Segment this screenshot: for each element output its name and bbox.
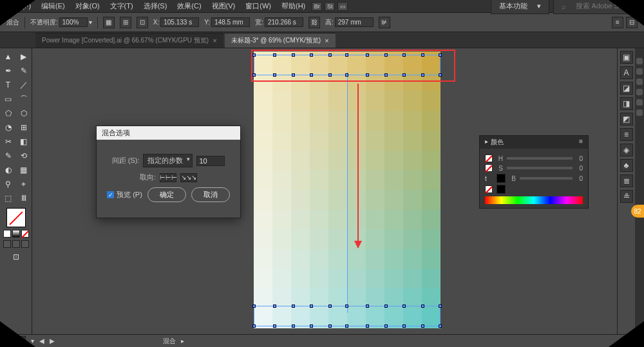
s-slider[interactable] <box>507 167 573 169</box>
panel-icon[interactable]: ≡ <box>620 128 633 141</box>
swatch-cell <box>272 190 291 210</box>
h-input[interactable] <box>335 17 374 27</box>
opacity-input[interactable] <box>59 17 88 27</box>
tool-icon[interactable]: ◐ <box>1 164 15 176</box>
none-swatch-icon[interactable] <box>485 185 493 193</box>
tab-document-1[interactable]: Power Image [Converted].ai @ 66.67% (CMY… <box>35 33 223 48</box>
align-icon[interactable]: ▦ <box>103 17 115 28</box>
close-icon[interactable]: × <box>213 37 216 44</box>
fill-stroke-swatch[interactable] <box>6 208 26 227</box>
orient-page-icon[interactable]: ⊢⊢⊢ <box>160 173 176 182</box>
spacing-mode-dropdown[interactable]: 指定的步数 <box>143 154 193 167</box>
arrange-icon[interactable]: ▭ <box>337 2 348 11</box>
preview-checkbox[interactable]: ✓预览 (P) <box>107 190 142 200</box>
tab-document-2[interactable]: 未标题-3* @ 69% (CMYK/预览)× <box>225 33 336 48</box>
tool-icon[interactable]: ✎ <box>1 149 15 162</box>
tool-icon[interactable]: ▲ <box>1 50 15 63</box>
menu-effect[interactable]: 效果(C) <box>173 0 205 12</box>
tool-icon[interactable]: ／ <box>17 79 31 91</box>
swatch-cell <box>347 151 366 171</box>
menu-help[interactable]: 帮助(H) <box>278 0 309 12</box>
panel-icon[interactable]: ▣ <box>620 51 633 64</box>
panel-icon[interactable]: ◪ <box>620 82 633 95</box>
dock-icon[interactable] <box>636 68 643 75</box>
b-slider[interactable] <box>520 177 573 180</box>
workspace-switcher[interactable]: 基本功能▾ <box>491 0 549 14</box>
menu-window[interactable]: 窗口(W) <box>242 0 275 12</box>
tool-icon[interactable]: T <box>1 79 15 91</box>
chevron-down-icon[interactable]: ▾ <box>89 19 92 26</box>
steps-input[interactable] <box>196 156 225 166</box>
tint-swatch[interactable] <box>497 174 506 183</box>
tool-icon[interactable]: ▦ <box>17 164 31 176</box>
panel-icon[interactable]: ◩ <box>620 113 633 126</box>
dock-icon[interactable] <box>636 79 643 85</box>
panel-icon[interactable]: ≗ <box>620 190 633 203</box>
tool-icon[interactable]: ▭ <box>1 93 15 106</box>
menu-edit[interactable]: 编辑(E) <box>37 0 69 12</box>
draw-inside-icon[interactable] <box>21 240 29 248</box>
tool-icon[interactable]: ⬠ <box>1 107 15 120</box>
black-swatch-icon[interactable] <box>497 185 506 194</box>
dock-icon[interactable] <box>636 89 643 95</box>
tool-icon[interactable]: ⌖ <box>17 178 31 191</box>
color-mode-icon[interactable] <box>3 230 11 238</box>
tool-icon[interactable]: ⬡ <box>17 107 31 120</box>
h-slider[interactable] <box>507 157 573 160</box>
nav-next-icon[interactable]: ▶ <box>50 337 55 344</box>
menu-type[interactable]: 文字(T) <box>106 0 137 12</box>
bridge-icon[interactable]: Br <box>312 2 322 11</box>
tool-icon[interactable]: ⌒ <box>17 93 31 106</box>
tool-icon[interactable]: ◧ <box>17 135 31 148</box>
x-input[interactable] <box>160 17 199 27</box>
tool-icon[interactable]: ⟲ <box>17 149 31 162</box>
fill-swatch-icon[interactable] <box>485 155 493 162</box>
stroke-swatch-icon[interactable] <box>485 164 493 172</box>
tool-icon[interactable]: ✎ <box>17 64 31 77</box>
tool-icon[interactable]: ⬚ <box>1 192 15 205</box>
tool-icon[interactable]: ▶ <box>17 50 31 63</box>
transform-icon[interactable]: ⊞ <box>120 17 131 28</box>
none-mode-icon[interactable] <box>21 230 29 238</box>
anchor-icon[interactable]: ⊡ <box>137 17 148 28</box>
menu-object[interactable]: 对象(O) <box>71 0 104 12</box>
orient-path-icon[interactable]: ↘↘↘ <box>180 173 197 182</box>
cancel-button[interactable]: 取消 <box>191 187 230 202</box>
draw-normal-icon[interactable] <box>3 240 11 248</box>
screen-mode-icon[interactable]: ⊡ <box>9 250 23 263</box>
tool-icon[interactable]: Ⅲ <box>17 192 31 205</box>
tool-icon[interactable]: ✒ <box>1 64 15 77</box>
dock-icon[interactable] <box>636 58 643 64</box>
tool-icon[interactable]: ⊞ <box>17 121 31 134</box>
gradient-mode-icon[interactable] <box>12 230 20 238</box>
notification-badge[interactable]: 82 <box>631 205 644 218</box>
w-input[interactable] <box>265 17 303 27</box>
tool-icon[interactable]: ◔ <box>1 121 15 134</box>
menu-view[interactable]: 视图(V) <box>208 0 240 12</box>
tool-icon[interactable]: ✂ <box>1 135 15 148</box>
status-arrow-icon[interactable]: ▸ <box>181 337 184 344</box>
dock-icon[interactable] <box>636 99 643 106</box>
ok-button[interactable]: 确定 <box>147 187 186 202</box>
swatch-cell <box>291 131 310 151</box>
menu-select[interactable]: 选择(S) <box>140 0 171 12</box>
nav-prev-icon[interactable]: ◀ <box>39 337 44 344</box>
tool-icon[interactable]: ⚲ <box>1 178 15 191</box>
constrain-icon[interactable]: ⊯ <box>379 17 390 28</box>
panel-icon[interactable]: A <box>620 66 633 79</box>
link-icon[interactable]: ⛓ <box>308 17 320 28</box>
draw-behind-icon[interactable] <box>12 240 20 248</box>
triangle-icon[interactable]: ▸ <box>485 138 488 147</box>
canvas[interactable]: 混合选项 间距 (S): 指定的步数 取向: ⊢⊢⊢ ↘↘↘ ✓预览 (P) 确… <box>32 48 617 334</box>
panel-icon[interactable]: ♣ <box>620 159 633 172</box>
panel-icon[interactable]: ≣ <box>620 174 633 187</box>
close-icon[interactable]: × <box>325 37 328 44</box>
color-panel-tab[interactable]: 颜色 <box>491 138 504 147</box>
y-input[interactable] <box>211 17 250 27</box>
panel-menu-icon[interactable]: ≡ <box>579 138 583 147</box>
panel-icon[interactable]: ◈ <box>620 144 633 156</box>
dock-icon[interactable] <box>636 109 643 116</box>
panel-icon[interactable]: ◨ <box>620 97 633 110</box>
stock-icon[interactable]: St <box>325 2 335 11</box>
spectrum-bar[interactable] <box>485 196 583 204</box>
